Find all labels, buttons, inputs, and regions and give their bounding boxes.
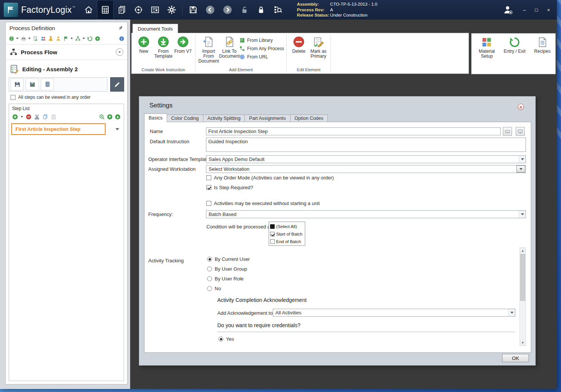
by-user-role-radio[interactable] [207, 276, 212, 281]
unlock-button[interactable] [236, 0, 253, 20]
paste-icon[interactable] [51, 114, 57, 120]
condition-option-end-of-batch[interactable]: End of Batch [270, 238, 304, 245]
tracking-by-current-user[interactable]: By Current User [207, 256, 250, 262]
end-of-batch-checkbox[interactable] [270, 239, 275, 244]
dialog-close-icon[interactable]: × [518, 104, 524, 110]
any-order-checkbox[interactable] [206, 175, 211, 180]
tree-icon[interactable] [75, 35, 81, 41]
info-icon[interactable] [118, 35, 124, 41]
delete-element-button[interactable]: Delete [289, 36, 309, 54]
tab-document-tools[interactable]: Document Tools [132, 24, 178, 33]
users-icon[interactable] [40, 35, 46, 41]
flag-icon[interactable] [63, 35, 69, 41]
condition-option-select-all[interactable]: (Select All) [270, 223, 304, 230]
add-step-icon[interactable] [12, 114, 18, 120]
credentials-yes-row[interactable]: Yes [218, 336, 234, 342]
tab-option-codes[interactable]: Option Codes [290, 115, 328, 122]
select-all-checkbox[interactable] [270, 224, 275, 229]
scroll-down-icon[interactable]: ▼ [520, 340, 526, 346]
tab-color-coding[interactable]: Color Coding [167, 115, 203, 122]
minimize-button[interactable]: – [520, 5, 529, 14]
operator-template-select[interactable]: Sales Apps Demo Default [206, 155, 526, 163]
ack-select[interactable]: All Activities [273, 309, 515, 317]
from-v7-button[interactable]: From V7 [173, 36, 193, 54]
delete-step-button[interactable] [41, 78, 54, 90]
tracking-no-radio[interactable] [207, 286, 212, 291]
workstation-dropdown-button[interactable] [516, 165, 525, 173]
sync-icon[interactable] [87, 35, 93, 41]
print-icon[interactable] [20, 35, 26, 41]
process-documents-button[interactable] [114, 0, 130, 20]
operator-icon[interactable] [55, 35, 61, 41]
remove-step-icon[interactable] [26, 114, 32, 120]
work-instructions-button[interactable] [97, 0, 114, 20]
link-to-document-button[interactable]: Link To Document [220, 36, 239, 59]
move-up-icon[interactable] [107, 114, 113, 120]
import-from-document-button[interactable]: Import From Document [198, 36, 220, 64]
credentials-yes-radio[interactable] [218, 337, 223, 341]
forward-button[interactable] [219, 0, 236, 20]
no-unit-checkbox-row[interactable]: Activities may be executed without start… [206, 201, 320, 206]
flag-dropdown-icon[interactable] [71, 38, 73, 39]
tree-dropdown-icon[interactable] [83, 38, 85, 39]
home-button[interactable] [80, 0, 97, 20]
move-down-icon[interactable] [115, 114, 121, 120]
condition-option-start-of-batch[interactable]: Start of Batch [270, 230, 304, 238]
pin-icon[interactable] [118, 25, 123, 31]
recipes-button[interactable]: Recipes [532, 37, 553, 74]
step-expand-icon[interactable] [115, 128, 119, 130]
condition-listbox[interactable]: (Select All) Start of Batch End of Batch [269, 222, 305, 246]
export-icon[interactable] [32, 35, 38, 41]
copy-icon[interactable] [42, 114, 48, 120]
test-flask-icon[interactable] [48, 35, 54, 41]
scrollbar-thumb[interactable] [520, 254, 525, 301]
scroll-up-icon[interactable]: ▲ [520, 248, 526, 254]
new-button[interactable]: New [134, 36, 154, 54]
tracking-no[interactable]: No [207, 286, 221, 291]
default-instruction-input[interactable]: Guided Inspection [206, 138, 526, 152]
by-user-group-radio[interactable] [207, 266, 212, 271]
any-order-checkbox-row[interactable]: Any Order Mode (Activities can be viewed… [206, 175, 334, 181]
publish-icon[interactable] [8, 35, 14, 41]
start-icon[interactable] [94, 35, 100, 41]
step-required-checkbox-row[interactable]: Is Step Required? [206, 185, 253, 190]
entry-exit-button[interactable]: Entry / Exit [501, 37, 528, 74]
mark-as-primary-button[interactable]: Mark as Primary [309, 36, 328, 59]
zoom-step-icon[interactable] [99, 114, 105, 120]
tracking-by-user-role[interactable]: By User Role [207, 276, 244, 282]
logout-user-button[interactable] [499, 0, 517, 20]
back-button[interactable] [201, 0, 219, 20]
name-editor-button[interactable] [516, 127, 525, 136]
print-dropdown-icon[interactable] [28, 38, 31, 39]
save-button[interactable] [185, 0, 201, 20]
settings-button[interactable] [163, 0, 180, 20]
tab-part-assignments[interactable]: Part Assignments [244, 115, 290, 122]
frequency-select[interactable]: Batch Based [206, 210, 526, 218]
tab-activity-splitting[interactable]: Activity Splitting [203, 115, 245, 122]
material-setup-button[interactable]: Material Setup [476, 37, 498, 74]
order-checkbox-row[interactable]: All steps can be viewed in any order [6, 92, 127, 103]
from-template-button[interactable]: From Template [154, 36, 173, 59]
close-button[interactable]: × [544, 5, 553, 14]
ok-button[interactable]: OK [502, 354, 529, 362]
name-translate-button[interactable] [503, 127, 512, 136]
step-item-first-article-inspection[interactable]: First Article Inspection Step [11, 123, 106, 135]
release-review-button[interactable] [269, 0, 286, 20]
step-required-checkbox[interactable] [206, 185, 211, 190]
edit-mode-button[interactable] [110, 77, 124, 92]
tab-basics[interactable]: Basics [144, 113, 167, 122]
process-flow-row[interactable]: Process Flow [6, 45, 127, 59]
by-current-user-radio[interactable] [207, 257, 212, 262]
lock-button[interactable] [253, 0, 269, 20]
cut-icon[interactable] [34, 114, 40, 120]
dialog-scrollbar[interactable]: ▲ ▼ [520, 247, 526, 346]
news-button[interactable] [147, 0, 163, 20]
no-unit-checkbox[interactable] [206, 201, 211, 206]
order-checkbox[interactable] [11, 95, 15, 100]
from-library-button[interactable]: From Library [239, 37, 284, 44]
import-step-button[interactable] [26, 78, 39, 90]
navigator-button[interactable] [130, 0, 147, 20]
save-step-button[interactable] [11, 78, 24, 90]
name-input[interactable] [206, 127, 501, 135]
publish-dropdown-icon[interactable] [16, 38, 18, 39]
